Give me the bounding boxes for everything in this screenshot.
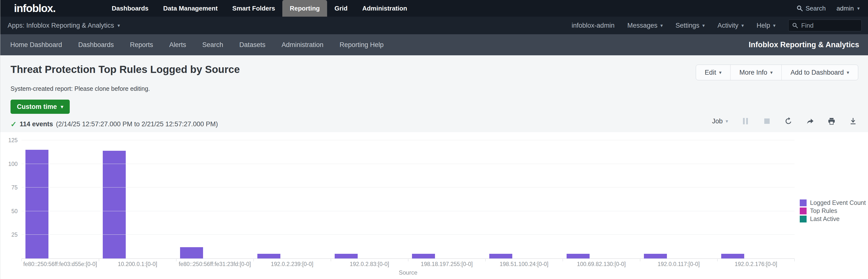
x-labels-row: fe80::250:56ff:fe03:d55e:[0-0]10.200.0.1… (22, 259, 795, 268)
search-icon (796, 5, 803, 12)
x-axis-category-label[interactable]: 198.51.100.24:[0-0] (485, 259, 563, 268)
topbar-item-smart-folders[interactable]: Smart Folders (225, 0, 283, 17)
topbar-nav: DashboardsData ManagementSmart FoldersRe… (104, 0, 414, 17)
appbar-menu-messages[interactable]: Messages▾ (627, 22, 663, 29)
bar-group (99, 140, 176, 258)
x-axis-category-label[interactable]: 100.69.82.130:[0-0] (563, 259, 640, 268)
topbar-item-data-management[interactable]: Data Management (156, 0, 225, 17)
chevron-down-icon: ▾ (118, 23, 120, 28)
bar-logged-event-count[interactable] (180, 247, 203, 258)
bar-logged-event-count[interactable] (412, 254, 435, 258)
appbar-menu-infoblox-admin[interactable]: infoblox-admin (572, 22, 615, 29)
nav-item-reports[interactable]: Reports (122, 41, 161, 49)
nav-item-administration[interactable]: Administration (274, 41, 332, 49)
appbar-menu-activity[interactable]: Activity▾ (717, 22, 744, 29)
x-axis-category-label[interactable]: 192.0.2.176:[0-0] (717, 259, 795, 268)
stop-icon (763, 117, 771, 125)
topbar-item-dashboards[interactable]: Dashboards (104, 0, 156, 17)
x-axis-category-label[interactable]: 192.0.0.117:[0-0] (640, 259, 717, 268)
x-axis-category-label[interactable]: 198.18.197.255:[0-0] (408, 259, 485, 268)
bar-logged-event-count[interactable] (567, 254, 590, 258)
share-icon[interactable] (806, 117, 814, 125)
search-label: Search (806, 5, 826, 12)
x-axis-category-label[interactable]: fe80::250:56ff:fe03:d55e:[0-0] (22, 259, 99, 268)
bar-group (22, 140, 99, 258)
apps-menu-label: Apps: Infoblox Reporting & Analytics (8, 22, 114, 29)
chevron-down-icon: ▾ (725, 118, 728, 124)
bar-logged-event-count[interactable] (721, 254, 744, 258)
add-to-dashboard-button[interactable]: Add to Dashboard▾ (781, 65, 858, 80)
time-range-button[interactable]: Custom time ▾ (10, 100, 70, 114)
nav-item-alerts[interactable]: Alerts (161, 41, 194, 49)
chart-panel: 255075100125 fe80::250:56ff:fe03:d55e:[0… (0, 132, 868, 279)
chevron-down-icon: ▾ (61, 104, 63, 110)
x-axis-category-label[interactable]: fe80::250:56ff:fe31:23fd:[0-0] (176, 259, 253, 268)
legend-label: Last Active (810, 215, 840, 222)
legend-item-logged-event-count[interactable]: Logged Event Count (800, 199, 866, 207)
gridline (22, 211, 795, 211)
topbar-item-administration[interactable]: Administration (355, 0, 414, 17)
download-icon[interactable] (849, 117, 857, 125)
legend-label: Logged Event Count (810, 199, 866, 206)
print-icon[interactable] (827, 117, 836, 125)
time-range-label: Custom time (17, 103, 57, 111)
topbar: infoblox. DashboardsData ManagementSmart… (0, 0, 868, 17)
y-axis-tick-label: 25 (0, 231, 18, 238)
find-input[interactable] (801, 22, 858, 30)
x-axis-category-label[interactable]: 192.0.2.239:[0-0] (253, 259, 331, 268)
plot-area: 255075100125 (22, 140, 795, 259)
appbar-menu-help[interactable]: Help▾ (756, 22, 776, 29)
bar-group (717, 140, 795, 258)
success-check-icon: ✓ (10, 120, 17, 128)
infoblox-logo: infoblox. (14, 0, 56, 17)
bar-group (640, 140, 717, 258)
legend-swatch (800, 208, 807, 214)
x-axis-category-label[interactable]: 192.0.2.83:[0-0] (331, 259, 408, 268)
nav-item-dashboards[interactable]: Dashboards (70, 41, 122, 49)
bar-logged-event-count[interactable] (644, 254, 667, 258)
appbar-menu-settings[interactable]: Settings▾ (676, 22, 705, 29)
appbar-menu-label: Settings (676, 22, 700, 29)
bar-logged-event-count[interactable] (103, 151, 126, 258)
chevron-down-icon: ▾ (719, 69, 721, 75)
bar-group (176, 140, 253, 258)
nav-item-datasets[interactable]: Datasets (231, 41, 274, 49)
y-axis-tick-label: 50 (0, 208, 18, 214)
appbar-menu-label: Help (756, 22, 770, 29)
job-toolbar: Job ▾ (712, 117, 857, 125)
edit-button[interactable]: Edit▾ (696, 65, 731, 80)
nav-item-reporting-help[interactable]: Reporting Help (332, 41, 392, 49)
appbar-menu-label: Messages (627, 22, 657, 29)
bar-logged-event-count[interactable] (489, 254, 512, 258)
job-menu[interactable]: Job ▾ (712, 118, 728, 125)
x-axis-title: Source (22, 269, 795, 276)
username-label: admin (836, 5, 854, 12)
topbar-item-reporting[interactable]: Reporting (282, 0, 327, 17)
bar-logged-event-count[interactable] (335, 254, 358, 258)
chevron-down-icon: ▾ (773, 23, 776, 28)
nav-item-search[interactable]: Search (194, 41, 231, 49)
chevron-down-icon: ▾ (741, 23, 744, 28)
events-summary: ✓ 114 events (2/14/25 12:57:27.000 PM to… (10, 120, 218, 128)
reload-icon[interactable] (784, 117, 793, 125)
topbar-item-grid[interactable]: Grid (327, 0, 355, 17)
bar-logged-event-count[interactable] (26, 150, 49, 258)
appbar: Apps: Infoblox Reporting & Analytics ▾ i… (0, 17, 868, 34)
nav-item-home-dashboard[interactable]: Home Dashboard (2, 41, 70, 49)
user-menu[interactable]: admin ▾ (836, 5, 860, 12)
action-button-label: Edit (705, 69, 716, 76)
x-axis-category-label[interactable]: 10.200.0.1:[0-0] (99, 259, 176, 268)
y-axis-tick-label: 75 (0, 184, 18, 191)
apps-menu[interactable]: Apps: Infoblox Reporting & Analytics ▾ (8, 22, 120, 29)
report-header: Threat Protection Top Rules Logged by So… (0, 55, 868, 132)
legend-item-last-active[interactable]: Last Active (800, 215, 866, 223)
legend-item-top-rules[interactable]: Top Rules (800, 207, 866, 215)
bar-logged-event-count[interactable] (257, 254, 280, 258)
bar-group (408, 140, 485, 258)
global-search-button[interactable]: Search (796, 5, 826, 12)
more-info-button[interactable]: More Info▾ (730, 65, 781, 80)
section-nav-items: Home DashboardDashboardsReportsAlertsSea… (0, 41, 392, 49)
find-box[interactable] (788, 20, 862, 31)
action-button-label: More Info (739, 69, 767, 76)
pause-icon (741, 117, 750, 125)
